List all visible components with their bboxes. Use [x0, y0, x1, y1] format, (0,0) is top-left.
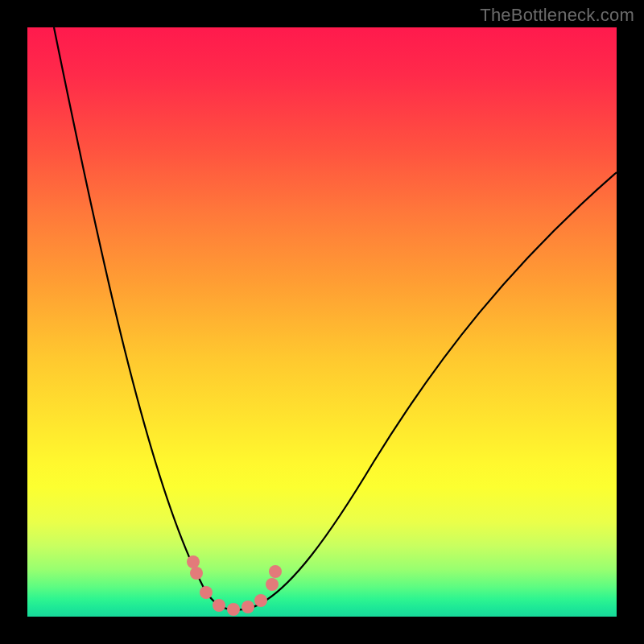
marker-dot: [190, 567, 203, 580]
chart-svg: [27, 27, 617, 617]
marker-dot: [266, 578, 279, 591]
bottleneck-curve: [54, 27, 617, 610]
marker-dot: [242, 601, 254, 613]
marker-dot: [227, 603, 240, 616]
plot-area: [27, 27, 617, 617]
watermark-text: TheBottleneck.com: [480, 5, 634, 26]
marker-dot: [269, 565, 282, 578]
marker-dot: [254, 594, 267, 607]
marker-dot: [213, 599, 225, 612]
marker-group: [187, 555, 282, 616]
marker-dot: [187, 555, 200, 568]
marker-dot: [200, 586, 213, 599]
